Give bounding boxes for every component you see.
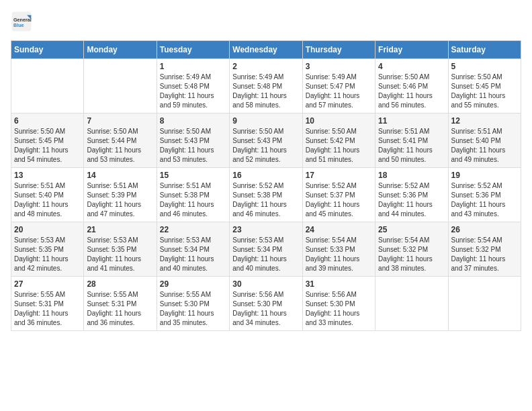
column-header-tuesday: Tuesday (157, 41, 229, 59)
column-header-thursday: Thursday (302, 41, 375, 59)
day-info: Sunrise: 5:53 AM Sunset: 5:34 PM Dayligh… (232, 236, 299, 273)
day-number: 30 (232, 279, 299, 289)
day-number: 24 (306, 225, 372, 234)
day-number: 1 (160, 62, 226, 71)
calendar-cell: 22Sunrise: 5:53 AM Sunset: 5:34 PM Dayli… (157, 222, 229, 277)
day-number: 22 (160, 225, 226, 234)
calendar-cell: 29Sunrise: 5:55 AM Sunset: 5:30 PM Dayli… (157, 277, 229, 331)
day-info: Sunrise: 5:51 AM Sunset: 5:39 PM Dayligh… (87, 181, 153, 219)
day-info: Sunrise: 5:49 AM Sunset: 5:48 PM Dayligh… (160, 73, 226, 110)
day-info: Sunrise: 5:51 AM Sunset: 5:40 PM Dayligh… (451, 127, 518, 165)
calendar-cell: 15Sunrise: 5:51 AM Sunset: 5:38 PM Dayli… (157, 168, 229, 222)
calendar-cell: 13Sunrise: 5:51 AM Sunset: 5:40 PM Dayli… (11, 168, 84, 222)
day-info: Sunrise: 5:55 AM Sunset: 5:31 PM Dayligh… (87, 290, 153, 328)
day-info: Sunrise: 5:53 AM Sunset: 5:35 PM Dayligh… (87, 236, 153, 273)
day-info: Sunrise: 5:50 AM Sunset: 5:45 PM Dayligh… (14, 127, 81, 165)
calendar-cell (448, 277, 521, 331)
day-info: Sunrise: 5:50 AM Sunset: 5:44 PM Dayligh… (87, 127, 153, 165)
column-header-friday: Friday (375, 41, 448, 59)
calendar-cell: 20Sunrise: 5:53 AM Sunset: 5:35 PM Dayli… (11, 222, 84, 277)
calendar-cell: 11Sunrise: 5:51 AM Sunset: 5:41 PM Dayli… (375, 113, 448, 168)
day-info: Sunrise: 5:56 AM Sunset: 5:30 PM Dayligh… (232, 290, 299, 328)
day-info: Sunrise: 5:54 AM Sunset: 5:33 PM Dayligh… (306, 236, 372, 273)
calendar-cell: 3Sunrise: 5:49 AM Sunset: 5:47 PM Daylig… (302, 59, 375, 113)
day-info: Sunrise: 5:51 AM Sunset: 5:38 PM Dayligh… (160, 181, 226, 219)
day-info: Sunrise: 5:49 AM Sunset: 5:48 PM Dayligh… (232, 73, 299, 110)
day-info: Sunrise: 5:52 AM Sunset: 5:37 PM Dayligh… (306, 181, 372, 219)
svg-text:Blue: Blue (13, 22, 24, 28)
column-header-wednesday: Wednesday (230, 41, 302, 59)
calendar-cell: 8Sunrise: 5:50 AM Sunset: 5:43 PM Daylig… (157, 113, 229, 168)
calendar-cell: 17Sunrise: 5:52 AM Sunset: 5:37 PM Dayli… (302, 168, 375, 222)
day-number: 31 (306, 279, 372, 289)
day-info: Sunrise: 5:54 AM Sunset: 5:32 PM Dayligh… (378, 236, 445, 273)
day-info: Sunrise: 5:55 AM Sunset: 5:30 PM Dayligh… (160, 290, 226, 328)
calendar-cell: 10Sunrise: 5:50 AM Sunset: 5:42 PM Dayli… (302, 113, 375, 168)
day-info: Sunrise: 5:54 AM Sunset: 5:32 PM Dayligh… (451, 236, 518, 273)
day-info: Sunrise: 5:50 AM Sunset: 5:43 PM Dayligh… (160, 127, 226, 165)
day-number: 11 (378, 116, 445, 126)
calendar-cell: 26Sunrise: 5:54 AM Sunset: 5:32 PM Dayli… (448, 222, 521, 277)
calendar-table: SundayMondayTuesdayWednesdayThursdayFrid… (11, 40, 521, 331)
week-row-4: 20Sunrise: 5:53 AM Sunset: 5:35 PM Dayli… (11, 222, 521, 277)
week-row-2: 6Sunrise: 5:50 AM Sunset: 5:45 PM Daylig… (11, 113, 521, 168)
calendar-cell: 31Sunrise: 5:56 AM Sunset: 5:30 PM Dayli… (302, 277, 375, 331)
calendar-cell: 19Sunrise: 5:52 AM Sunset: 5:36 PM Dayli… (448, 168, 521, 222)
calendar-cell: 12Sunrise: 5:51 AM Sunset: 5:40 PM Dayli… (448, 113, 521, 168)
day-number: 14 (87, 171, 153, 180)
calendar-cell: 5Sunrise: 5:50 AM Sunset: 5:45 PM Daylig… (448, 59, 521, 113)
day-info: Sunrise: 5:51 AM Sunset: 5:41 PM Dayligh… (378, 127, 445, 165)
day-number: 17 (306, 171, 372, 180)
calendar-cell: 2Sunrise: 5:49 AM Sunset: 5:48 PM Daylig… (230, 59, 302, 113)
calendar-cell: 23Sunrise: 5:53 AM Sunset: 5:34 PM Dayli… (230, 222, 302, 277)
calendar-cell: 25Sunrise: 5:54 AM Sunset: 5:32 PM Dayli… (375, 222, 448, 277)
calendar-cell: 24Sunrise: 5:54 AM Sunset: 5:33 PM Dayli… (302, 222, 375, 277)
day-number: 6 (14, 116, 81, 126)
day-number: 16 (232, 171, 299, 180)
week-row-5: 27Sunrise: 5:55 AM Sunset: 5:31 PM Dayli… (11, 277, 521, 331)
day-number: 29 (160, 279, 226, 289)
day-info: Sunrise: 5:56 AM Sunset: 5:30 PM Dayligh… (306, 290, 372, 328)
day-number: 28 (87, 279, 153, 289)
logo-icon: General Blue (11, 11, 32, 32)
day-number: 20 (14, 225, 81, 234)
day-info: Sunrise: 5:50 AM Sunset: 5:42 PM Dayligh… (306, 127, 372, 165)
calendar-cell: 9Sunrise: 5:50 AM Sunset: 5:43 PM Daylig… (230, 113, 302, 168)
day-info: Sunrise: 5:55 AM Sunset: 5:31 PM Dayligh… (14, 290, 81, 328)
day-info: Sunrise: 5:53 AM Sunset: 5:34 PM Dayligh… (160, 236, 226, 273)
day-info: Sunrise: 5:51 AM Sunset: 5:40 PM Dayligh… (14, 181, 81, 219)
calendar-cell (84, 59, 157, 113)
day-number: 8 (160, 116, 226, 126)
day-info: Sunrise: 5:49 AM Sunset: 5:47 PM Dayligh… (306, 73, 372, 110)
column-header-sunday: Sunday (11, 41, 84, 59)
calendar-cell: 30Sunrise: 5:56 AM Sunset: 5:30 PM Dayli… (230, 277, 302, 331)
day-info: Sunrise: 5:53 AM Sunset: 5:35 PM Dayligh… (14, 236, 81, 273)
calendar-cell: 14Sunrise: 5:51 AM Sunset: 5:39 PM Dayli… (84, 168, 157, 222)
calendar-cell: 4Sunrise: 5:50 AM Sunset: 5:46 PM Daylig… (375, 59, 448, 113)
day-number: 10 (306, 116, 372, 126)
day-info: Sunrise: 5:50 AM Sunset: 5:46 PM Dayligh… (378, 73, 445, 110)
calendar-cell: 16Sunrise: 5:52 AM Sunset: 5:38 PM Dayli… (230, 168, 302, 222)
week-row-1: 1Sunrise: 5:49 AM Sunset: 5:48 PM Daylig… (11, 59, 521, 113)
day-number: 21 (87, 225, 153, 234)
day-number: 7 (87, 116, 153, 126)
day-number: 23 (232, 225, 299, 234)
column-header-monday: Monday (84, 41, 157, 59)
day-number: 19 (451, 171, 518, 180)
day-info: Sunrise: 5:52 AM Sunset: 5:36 PM Dayligh… (378, 181, 445, 219)
calendar-cell: 18Sunrise: 5:52 AM Sunset: 5:36 PM Dayli… (375, 168, 448, 222)
column-header-saturday: Saturday (448, 41, 521, 59)
day-info: Sunrise: 5:50 AM Sunset: 5:43 PM Dayligh… (232, 127, 299, 165)
calendar-cell (375, 277, 448, 331)
day-info: Sunrise: 5:52 AM Sunset: 5:38 PM Dayligh… (232, 181, 299, 219)
logo: General Blue (11, 11, 35, 32)
day-info: Sunrise: 5:50 AM Sunset: 5:45 PM Dayligh… (451, 73, 518, 110)
calendar-header-row: SundayMondayTuesdayWednesdayThursdayFrid… (11, 41, 521, 59)
day-number: 4 (378, 62, 445, 71)
calendar-cell (11, 59, 84, 113)
day-number: 15 (160, 171, 226, 180)
calendar-cell: 28Sunrise: 5:55 AM Sunset: 5:31 PM Dayli… (84, 277, 157, 331)
calendar-cell: 27Sunrise: 5:55 AM Sunset: 5:31 PM Dayli… (11, 277, 84, 331)
day-info: Sunrise: 5:52 AM Sunset: 5:36 PM Dayligh… (451, 181, 518, 219)
week-row-3: 13Sunrise: 5:51 AM Sunset: 5:40 PM Dayli… (11, 168, 521, 222)
